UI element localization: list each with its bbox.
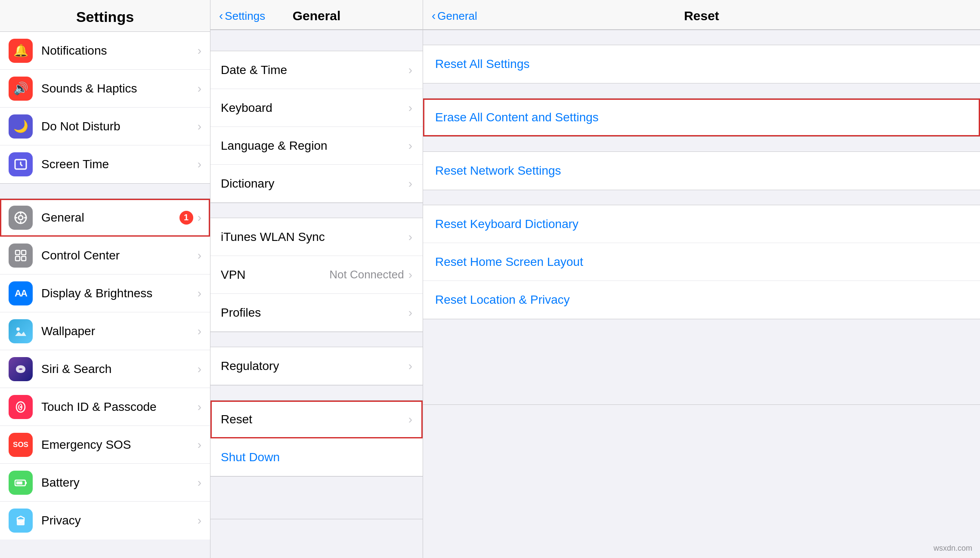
middle-item-regulatory[interactable]: Regulatory › xyxy=(210,347,423,385)
svg-rect-7 xyxy=(15,250,20,255)
right-pane: ‹ General Reset Reset All Settings Erase… xyxy=(423,0,980,558)
privacy-label: Privacy xyxy=(41,514,198,527)
middle-section1: Date & Time › Keyboard › Language & Regi… xyxy=(210,51,423,203)
middle-item-vpn[interactable]: VPN Not Connected › xyxy=(210,256,423,294)
reset-keyboard-label: Reset Keyboard Dictionary xyxy=(435,217,578,231)
reset-item-location[interactable]: Reset Location & Privacy xyxy=(423,281,980,319)
reset-item-homescreen[interactable]: Reset Home Screen Layout xyxy=(423,243,980,281)
shutdown-label: Shut Down xyxy=(221,450,412,464)
dictionary-label: Dictionary xyxy=(221,177,408,191)
wallpaper-label: Wallpaper xyxy=(41,324,198,338)
sidebar-item-donotdisturb[interactable]: 🌙 Do Not Disturb › xyxy=(0,108,210,145)
middle-settings-list: Date & Time › Keyboard › Language & Regi… xyxy=(210,30,423,558)
sounds-chevron: › xyxy=(198,82,201,96)
battery-icon xyxy=(9,471,33,495)
keyboard-label: Keyboard xyxy=(221,101,408,115)
display-icon: AA xyxy=(9,281,33,305)
vpn-label: VPN xyxy=(221,268,329,282)
middle-item-itunes[interactable]: iTunes WLAN Sync › xyxy=(210,218,423,256)
middle-item-dictionary[interactable]: Dictionary › xyxy=(210,165,423,203)
vpn-chevron: › xyxy=(408,268,412,282)
svg-rect-15 xyxy=(25,482,27,484)
wallpaper-chevron: › xyxy=(198,324,201,338)
sidebar-item-wallpaper[interactable]: Wallpaper › xyxy=(0,312,210,350)
middle-item-shutdown[interactable]: Shut Down xyxy=(210,438,423,476)
notifications-icon: 🔔 xyxy=(9,39,33,63)
general-back-button[interactable]: ‹ Settings xyxy=(219,9,265,23)
reset-item-network[interactable]: Reset Network Settings xyxy=(423,152,980,190)
middle-item-language[interactable]: Language & Region › xyxy=(210,127,423,165)
controlcenter-label: Control Center xyxy=(41,249,198,262)
middle-item-profiles[interactable]: Profiles › xyxy=(210,294,423,332)
notifications-label: Notifications xyxy=(41,44,198,58)
touchid-label: Touch ID & Passcode xyxy=(41,400,198,414)
sidebar-item-privacy[interactable]: Privacy › xyxy=(0,502,210,540)
svg-rect-10 xyxy=(22,256,26,261)
general-icon xyxy=(9,206,33,230)
sidebar-item-screentime[interactable]: Screen Time › xyxy=(0,145,210,183)
reset-list: Reset All Settings Erase All Content and… xyxy=(423,30,980,558)
back-label: Settings xyxy=(225,9,265,23)
profiles-label: Profiles xyxy=(221,306,408,320)
touchid-chevron: › xyxy=(198,400,201,414)
sidebar-item-display[interactable]: AA Display & Brightness › xyxy=(0,274,210,312)
sidebar-item-notifications[interactable]: 🔔 Notifications › xyxy=(0,32,210,70)
middle-section3: Regulatory › xyxy=(210,347,423,385)
general-chevron: › xyxy=(198,211,201,225)
middle-pane-header: ‹ Settings General xyxy=(210,0,423,30)
right-pane-header: ‹ General Reset xyxy=(423,0,980,30)
display-chevron: › xyxy=(198,287,201,300)
keyboard-chevron: › xyxy=(408,101,412,115)
middle-item-reset[interactable]: Reset › xyxy=(210,401,423,438)
sidebar-item-sounds[interactable]: 🔊 Sounds & Haptics › xyxy=(0,70,210,108)
reset-item-erase-all[interactable]: Erase All Content and Settings xyxy=(423,99,980,136)
donotdisturb-chevron: › xyxy=(198,120,201,133)
middle-item-datetime[interactable]: Date & Time › xyxy=(210,51,423,89)
middle-section2: iTunes WLAN Sync › VPN Not Connected › P… xyxy=(210,218,423,332)
privacy-icon xyxy=(9,509,33,533)
svg-rect-9 xyxy=(15,256,20,261)
privacy-chevron: › xyxy=(198,514,201,527)
svg-point-11 xyxy=(16,327,20,331)
middle-divider-1 xyxy=(210,203,423,218)
sidebar-item-battery[interactable]: Battery › xyxy=(0,464,210,502)
regulatory-chevron: › xyxy=(408,359,412,373)
emergencysos-label: Emergency SOS xyxy=(41,438,198,452)
profiles-chevron: › xyxy=(408,306,412,320)
reset-network-label: Reset Network Settings xyxy=(435,164,561,178)
language-chevron: › xyxy=(408,139,412,153)
reset-bottom-space xyxy=(423,319,980,405)
datetime-label: Date & Time xyxy=(221,63,408,77)
reset-divider-2 xyxy=(423,136,980,152)
emergencysos-chevron: › xyxy=(198,438,201,452)
right-pane-title: Reset xyxy=(684,9,719,23)
donotdisturb-label: Do Not Disturb xyxy=(41,120,198,133)
middle-divider-2 xyxy=(210,332,423,347)
left-pane-header: Settings xyxy=(0,0,210,32)
middle-divider-3 xyxy=(210,385,423,401)
sidebar-item-controlcenter[interactable]: Control Center › xyxy=(0,237,210,274)
reset-item-keyboard[interactable]: Reset Keyboard Dictionary xyxy=(423,205,980,243)
settings-list: 🔔 Notifications › 🔊 Sounds & Haptics › 🌙 xyxy=(0,32,210,558)
middle-item-keyboard[interactable]: Keyboard › xyxy=(210,89,423,127)
sidebar-item-emergencysos[interactable]: SOS Emergency SOS › xyxy=(0,426,210,464)
screentime-icon xyxy=(9,152,33,176)
back-chevron-icon: ‹ xyxy=(219,9,223,23)
reset-label: Reset xyxy=(221,413,408,426)
sidebar-item-touchid[interactable]: Touch ID & Passcode › xyxy=(0,388,210,426)
language-label: Language & Region xyxy=(221,139,408,153)
reset-back-button[interactable]: ‹ General xyxy=(432,9,477,23)
touchid-icon xyxy=(9,395,33,419)
svg-point-2 xyxy=(19,216,23,220)
reset-section4: Reset Keyboard Dictionary Reset Home Scr… xyxy=(423,205,980,319)
watermark: wsxdn.com xyxy=(934,544,972,553)
sidebar-item-siri[interactable]: Siri & Search › xyxy=(0,350,210,388)
sidebar-item-general[interactable]: General 1 › xyxy=(0,199,210,237)
divider-1 xyxy=(0,183,210,199)
battery-label: Battery xyxy=(41,476,198,490)
notifications-chevron: › xyxy=(198,44,201,58)
sounds-icon: 🔊 xyxy=(9,77,33,101)
reset-item-all-settings[interactable]: Reset All Settings xyxy=(423,45,980,83)
donotdisturb-icon: 🌙 xyxy=(9,114,33,139)
dictionary-chevron: › xyxy=(408,177,412,191)
